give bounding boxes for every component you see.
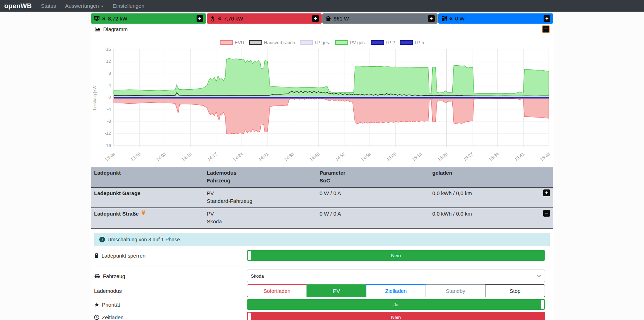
svg-text:13:49: 13:49: [104, 151, 116, 162]
svg-text:8: 8: [109, 71, 111, 76]
row-collapse-button[interactable]: −: [543, 210, 550, 217]
chargepoint-table: Ladepunkt LademodusFahrzeug ParameterSoC…: [91, 167, 553, 229]
table-header: Ladepunkt LademodusFahrzeug ParameterSoC…: [91, 167, 553, 188]
info-icon: i: [99, 237, 105, 242]
chargepoint-charged: 0,0 kWh / 0,0 km: [432, 210, 537, 218]
legend-lp5: LP 5: [400, 40, 424, 45]
fahrzeug-select[interactable]: Skoda: [247, 270, 545, 282]
svg-text:14:31: 14:31: [258, 151, 269, 162]
chargepoint-vehicle: Skoda: [207, 218, 320, 225]
evu-expand-button[interactable]: +: [312, 15, 319, 22]
diagram-header: Diagramm −: [91, 24, 553, 34]
prioritaet-value: Ja: [394, 302, 398, 307]
svg-text:14:17: 14:17: [206, 151, 218, 162]
svg-text:15:34: 15:34: [488, 151, 500, 162]
svg-text:-4: -4: [107, 107, 111, 112]
prioritaet-toggle[interactable]: Ja: [247, 299, 545, 310]
nav-auswertungen[interactable]: Auswertungen: [65, 3, 104, 9]
pv-expand-button[interactable]: +: [197, 15, 203, 22]
brand-logo[interactable]: openWB: [4, 2, 32, 10]
legend-swatch: [400, 40, 413, 45]
svg-text:15:27: 15:27: [463, 151, 474, 162]
mode-pv-button[interactable]: PV: [306, 284, 366, 297]
legend-swatch: [371, 40, 384, 45]
sperren-toggle[interactable]: Nein: [247, 250, 545, 261]
chargepoint-vehicle: Standard-Fahrzeug: [207, 197, 320, 205]
house-expand-button[interactable]: +: [428, 15, 435, 22]
clock-icon: [94, 315, 99, 320]
charge-expand-button[interactable]: +: [544, 15, 550, 22]
legend-swatch: [335, 40, 348, 45]
legend-pv-ges: PV ges.: [335, 40, 366, 45]
mode-sofortladen-button[interactable]: Sofortladen: [247, 284, 307, 297]
lademodus-button-group: Sofortladen PV Zielladen Standby Stop: [247, 284, 545, 297]
divider: [94, 266, 550, 266]
evu-power-value: 7,76 kW: [224, 16, 243, 22]
zeitladen-toggle[interactable]: Nein: [247, 312, 545, 320]
svg-text:13:56: 13:56: [130, 151, 141, 162]
sperren-row: Ladepunkt sperren Nein: [94, 248, 550, 262]
chargepoint-detail: i Umschaltung von 3 auf 1 Phase. Ladepun…: [91, 229, 553, 320]
phase-info-alert: i Umschaltung von 3 auf 1 Phase.: [94, 233, 550, 246]
diagram-title: Diagramm: [103, 26, 128, 32]
svg-text:12: 12: [106, 59, 111, 64]
area-chart-icon: [95, 26, 101, 32]
mode-zielladen-button[interactable]: Zielladen: [366, 284, 426, 297]
toggle-handle[interactable]: [541, 300, 544, 309]
svg-text:0: 0: [109, 95, 111, 100]
svg-text:15:41: 15:41: [514, 151, 525, 162]
nav-status[interactable]: Status: [41, 3, 56, 9]
svg-text:14:38: 14:38: [283, 151, 295, 162]
table-row[interactable]: Ladepunkt Straße PVSkoda 0 W / 0 A 0,0 k…: [91, 208, 553, 229]
main-card: Diagramm − EVU Hausverbrauch LP ges. PV …: [91, 24, 553, 320]
chart-legend: EVU Hausverbrauch LP ges. PV ges. LP 2 L…: [91, 39, 553, 46]
svg-text:14:45: 14:45: [309, 151, 321, 162]
sperren-label: Ladepunkt sperren: [101, 253, 145, 259]
legend-lp2: LP 2: [371, 40, 395, 45]
svg-text:14:24: 14:24: [232, 151, 244, 162]
status-bars: » 8,72 kW + « 7,76 kW + 961 W +: [91, 13, 553, 24]
lademodus-row: Lademodus Sofortladen PV Zielladen Stand…: [94, 283, 550, 298]
charging-station-icon: [441, 16, 447, 22]
svg-text:Leistung [kW]: Leistung [kW]: [92, 84, 97, 110]
table-row[interactable]: Ladepunkt Garage PVStandard-Fahrzeug 0 W…: [91, 188, 553, 208]
chevron-down-icon: [101, 6, 104, 7]
toggle-handle[interactable]: [248, 313, 251, 320]
power-chart[interactable]: -16-12-8-4048121613:4913:5614:0314:1014:…: [91, 46, 553, 164]
power-tower-icon: [210, 16, 216, 22]
diagram-collapse-button[interactable]: −: [543, 26, 549, 32]
zeitladen-label: Zeitladen: [102, 314, 124, 320]
fahrzeug-label: Fahrzeug: [103, 273, 125, 279]
legend-hausverbrauch: Hausverbrauch: [249, 40, 295, 45]
row-expand-button[interactable]: +: [543, 189, 550, 196]
svg-text:15:13: 15:13: [411, 151, 423, 162]
solar-panel-icon: [94, 16, 100, 22]
star-icon: ★: [94, 302, 99, 308]
zeitladen-row: Zeitladen Nein: [94, 311, 550, 320]
toggle-handle[interactable]: [248, 251, 251, 260]
house-power-value: 961 W: [334, 16, 349, 22]
svg-text:14:52: 14:52: [334, 151, 346, 162]
chargepoint-name: Ladepunkt Straße: [94, 210, 139, 218]
svg-text:15:06: 15:06: [386, 151, 397, 162]
mode-standby-button[interactable]: Standby: [426, 284, 485, 297]
alert-text: Umschaltung von 3 auf 1 Phase.: [107, 237, 181, 242]
svg-text:-16: -16: [105, 143, 111, 148]
svg-text:15:48: 15:48: [539, 151, 551, 162]
chart-area: EVU Hausverbrauch LP ges. PV ges. LP 2 L…: [91, 34, 553, 165]
statusbar-evu: « 7,76 kW +: [207, 13, 322, 24]
arrows-left-icon: «: [218, 15, 221, 21]
statusbar-charge: « 0 W +: [438, 13, 553, 24]
navbar: openWB Status Auswertungen Einstellungen: [0, 0, 644, 12]
statusbar-house: 961 W +: [322, 13, 438, 24]
legend-evu: EVU: [220, 40, 244, 45]
mode-stop-button[interactable]: Stop: [485, 284, 545, 297]
prioritaet-label: Priorität: [102, 302, 120, 308]
svg-text:15:20: 15:20: [437, 151, 448, 162]
legend-swatch: [300, 40, 313, 45]
sperren-value: Nein: [391, 253, 401, 258]
arrows-left-icon: «: [450, 15, 453, 21]
car-icon: [94, 273, 100, 279]
svg-text:-12: -12: [105, 131, 111, 136]
nav-einstellungen[interactable]: Einstellungen: [113, 3, 144, 9]
